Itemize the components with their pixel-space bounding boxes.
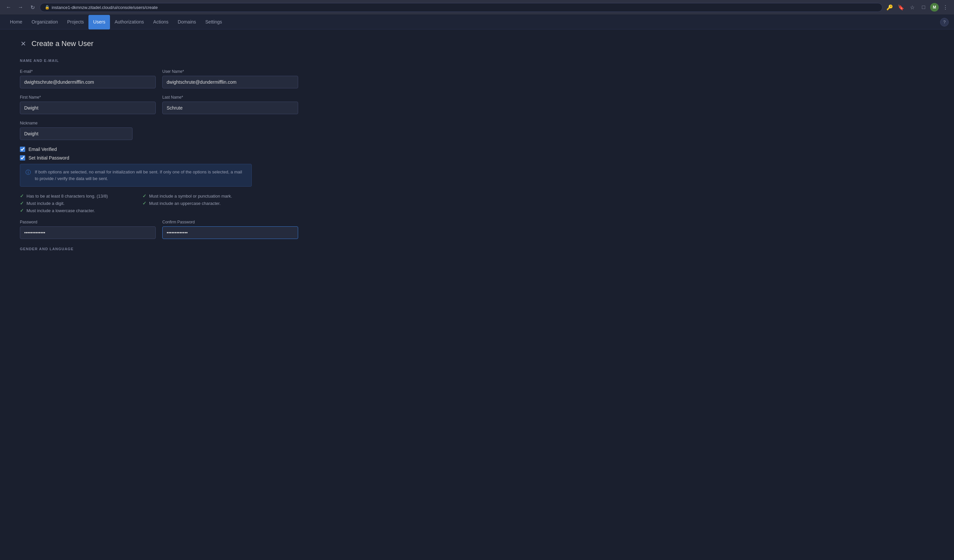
info-icon: ⓘ [25, 169, 31, 182]
lock-icon: 🔒 [45, 5, 50, 9]
password-label: Password [20, 220, 156, 224]
section-name-email-header: NAME AND E-MAIL [20, 59, 298, 62]
bookmark-icon-btn[interactable]: 🔖 [896, 3, 906, 12]
email-group: E-mail* [20, 69, 156, 89]
set-initial-password-row: Set Initial Password [20, 155, 298, 160]
last-name-group: Last Name* [162, 95, 298, 114]
email-verified-label[interactable]: Email Verified [28, 146, 57, 152]
password-input[interactable] [20, 226, 156, 239]
nav-domains[interactable]: Domains [173, 15, 201, 30]
name-email-section: NAME AND E-MAIL E-mail* User Name* First… [20, 59, 298, 251]
browser-actions: 🔑 🔖 ☆ □ M ⋮ [885, 3, 950, 12]
nav-home[interactable]: Home [5, 15, 27, 30]
password-requirements: ✓ Has to be at least 8 characters long. … [20, 193, 252, 213]
name-row: First Name* Last Name* [20, 95, 298, 114]
profile-button[interactable]: M [930, 3, 939, 12]
nickname-row: Nickname [20, 121, 298, 140]
email-verified-checkbox[interactable] [20, 146, 25, 152]
nickname-label: Nickname [20, 121, 132, 126]
req-item-5: ✓ Must include an uppercase character. [142, 201, 252, 206]
page-title: Create a New User [31, 39, 94, 48]
confirm-password-input[interactable] [162, 226, 298, 239]
main-content: ✕ Create a New User NAME AND E-MAIL E-ma… [0, 30, 318, 269]
req-text-2: Must include a digit. [26, 201, 65, 206]
url-text: instance1-dkmnzw.zitadel.cloud/ui/consol… [51, 5, 157, 10]
last-name-input[interactable] [162, 102, 298, 114]
star-icon-btn[interactable]: ☆ [908, 3, 917, 12]
nickname-group: Nickname [20, 121, 132, 140]
req-check-2: ✓ [20, 201, 24, 206]
section-gender-language-header: GENDER AND LANGUAGE [20, 247, 298, 251]
req-item-1: ✓ Has to be at least 8 characters long. … [20, 193, 129, 199]
close-button[interactable]: ✕ [20, 40, 27, 48]
reload-button[interactable]: ↻ [28, 3, 37, 12]
req-item-3: ✓ Must include a lowercase character. [20, 208, 129, 213]
confirm-password-label: Confirm Password [162, 220, 298, 224]
email-input[interactable] [20, 76, 156, 89]
browser-chrome: ← → ↻ 🔒 instance1-dkmnzw.zitadel.cloud/u… [0, 0, 954, 15]
username-label: User Name* [162, 69, 298, 74]
back-button[interactable]: ← [4, 3, 13, 12]
nickname-input[interactable] [20, 128, 132, 140]
nav-projects[interactable]: Projects [62, 15, 89, 30]
req-check-4: ✓ [142, 193, 147, 199]
set-initial-password-label[interactable]: Set Initial Password [28, 155, 69, 160]
help-button[interactable]: ? [940, 18, 949, 26]
nav-settings[interactable]: Settings [201, 15, 227, 30]
confirm-password-group: Confirm Password [162, 220, 298, 239]
info-text: If both options are selected, no email f… [35, 169, 246, 182]
nav-users[interactable]: Users [89, 15, 110, 30]
gender-language-section: GENDER AND LANGUAGE [20, 247, 298, 251]
tab-icon-btn[interactable]: □ [919, 3, 928, 12]
set-initial-password-checkbox[interactable] [20, 155, 25, 160]
req-check-1: ✓ [20, 193, 24, 199]
password-row: Password Confirm Password [20, 220, 298, 239]
req-item-2: ✓ Must include a digit. [20, 201, 129, 206]
last-name-label: Last Name* [162, 95, 298, 100]
menu-icon-btn[interactable]: ⋮ [941, 3, 950, 12]
req-check-3: ✓ [20, 208, 24, 213]
req-text-3: Must include a lowercase character. [26, 208, 95, 213]
nav-organization[interactable]: Organization [27, 15, 62, 30]
key-icon-btn[interactable]: 🔑 [885, 3, 894, 12]
email-label: E-mail* [20, 69, 156, 74]
req-text-5: Must include an uppercase character. [149, 201, 221, 206]
nav-authorizations[interactable]: Authorizations [110, 15, 149, 30]
address-bar[interactable]: 🔒 instance1-dkmnzw.zitadel.cloud/ui/cons… [40, 3, 882, 12]
app-nav: Home Organization Projects Users Authori… [0, 15, 954, 30]
nav-actions[interactable]: Actions [149, 15, 173, 30]
first-name-input[interactable] [20, 102, 156, 114]
username-input[interactable] [162, 76, 298, 89]
req-text-1: Has to be at least 8 characters long. (1… [26, 194, 108, 199]
req-text-4: Must include a symbol or punctuation mar… [149, 194, 232, 199]
info-box: ⓘ If both options are selected, no email… [20, 164, 252, 187]
password-group: Password [20, 220, 156, 239]
username-group: User Name* [162, 69, 298, 89]
email-username-row: E-mail* User Name* [20, 69, 298, 89]
req-item-4: ✓ Must include a symbol or punctuation m… [142, 193, 252, 199]
req-check-5: ✓ [142, 201, 147, 206]
first-name-label: First Name* [20, 95, 156, 100]
email-verified-row: Email Verified [20, 146, 298, 152]
forward-button[interactable]: → [16, 3, 25, 12]
first-name-group: First Name* [20, 95, 156, 114]
page-header: ✕ Create a New User [20, 39, 298, 48]
